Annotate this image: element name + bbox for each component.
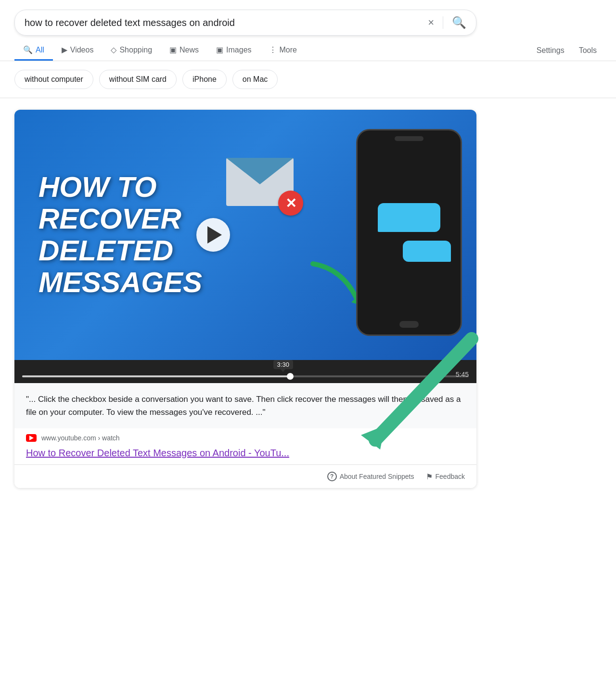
tab-images[interactable]: ▣ Images [207, 40, 260, 61]
tab-news-label: News [180, 46, 199, 54]
phone-home-button [399, 321, 419, 328]
tab-more[interactable]: ⋮ More [260, 40, 306, 61]
search-bar: × 🔍 [14, 10, 476, 36]
youtube-play-icon [29, 436, 34, 440]
tab-news[interactable]: ▣ News [161, 40, 207, 61]
chip-without-computer[interactable]: without computer [14, 70, 93, 89]
tab-more-label: More [280, 46, 297, 54]
tab-shopping[interactable]: ◇ Shopping [102, 40, 161, 61]
time-tooltip: 3:30 [273, 360, 293, 369]
video-controls: 3:30 5:45 [14, 360, 476, 383]
tab-all-label: All [36, 46, 44, 54]
all-icon: 🔍 [23, 45, 33, 54]
clear-button[interactable]: × [428, 16, 434, 29]
envelope-flap [226, 158, 294, 184]
filter-chips: without computer without SIM card iPhone… [0, 61, 616, 98]
envelope-group: ✕ [226, 158, 294, 206]
phone-device [356, 129, 462, 336]
settings-tools: Settings Tools [532, 41, 602, 60]
play-button[interactable] [196, 218, 230, 252]
chip-iphone[interactable]: iPhone [182, 70, 227, 89]
chip-on-mac[interactable]: on Mac [232, 70, 278, 89]
snippet-box: "... Click the checkbox beside a convers… [14, 383, 476, 428]
info-icon: ? [327, 472, 337, 481]
tools-button[interactable]: Tools [574, 41, 602, 60]
progress-bar[interactable] [22, 375, 469, 377]
video-container: How to Recover Deleted Messages ✕ [14, 110, 476, 488]
red-x-icon: ✕ [278, 191, 303, 216]
progress-dot [287, 373, 294, 380]
snippet-text: "... Click the checkbox beside a convers… [26, 395, 461, 417]
divider [443, 16, 443, 29]
images-icon: ▣ [216, 45, 223, 54]
chat-bubble-2 [403, 241, 451, 262]
featured-footer: ? About Featured Snippets ⚑ Feedback [14, 464, 476, 488]
tab-images-label: Images [226, 46, 251, 54]
feedback-link[interactable]: ⚑ Feedback [426, 472, 465, 481]
main-content: How to Recover Deleted Messages ✕ [0, 98, 616, 500]
about-snippets-label: About Featured Snippets [340, 473, 414, 480]
result-wrapper: How to Recover Deleted Messages ✕ [14, 110, 476, 488]
progress-filled [22, 375, 290, 377]
source-url: www.youtube.com › watch [41, 434, 120, 442]
chip-without-sim[interactable]: without SIM card [99, 70, 177, 89]
video-thumbnail[interactable]: How to Recover Deleted Messages ✕ [14, 110, 476, 360]
chat-bubble-1 [378, 203, 440, 232]
news-icon: ▣ [169, 45, 177, 54]
video-duration: 5:45 [456, 371, 469, 378]
result-title[interactable]: How to Recover Deleted Text Messages on … [14, 446, 476, 464]
source-row: www.youtube.com › watch [14, 428, 476, 446]
tab-shopping-label: Shopping [119, 46, 152, 54]
shopping-icon: ◇ [111, 45, 116, 54]
envelope-body: ✕ [226, 158, 294, 206]
about-snippets-link[interactable]: ? About Featured Snippets [327, 472, 414, 481]
play-triangle-icon [207, 226, 222, 244]
phone-notch [395, 136, 424, 141]
youtube-icon [26, 434, 37, 442]
nav-tabs: 🔍 All ▶ Videos ◇ Shopping ▣ News ▣ Image… [0, 36, 616, 61]
more-icon: ⋮ [269, 45, 277, 54]
tab-videos-label: Videos [70, 46, 94, 54]
tab-videos[interactable]: ▶ Videos [53, 40, 103, 61]
video-title: How to Recover Deleted Messages [38, 171, 202, 298]
tab-all[interactable]: 🔍 All [14, 40, 53, 61]
search-area: × 🔍 [0, 0, 616, 36]
settings-button[interactable]: Settings [532, 41, 569, 60]
search-button[interactable]: 🔍 [452, 16, 466, 29]
videos-icon: ▶ [62, 45, 67, 54]
feedback-icon: ⚑ [426, 472, 433, 481]
feedback-label: Feedback [436, 473, 465, 480]
search-icons: × 🔍 [428, 16, 466, 29]
search-input[interactable] [25, 17, 428, 28]
